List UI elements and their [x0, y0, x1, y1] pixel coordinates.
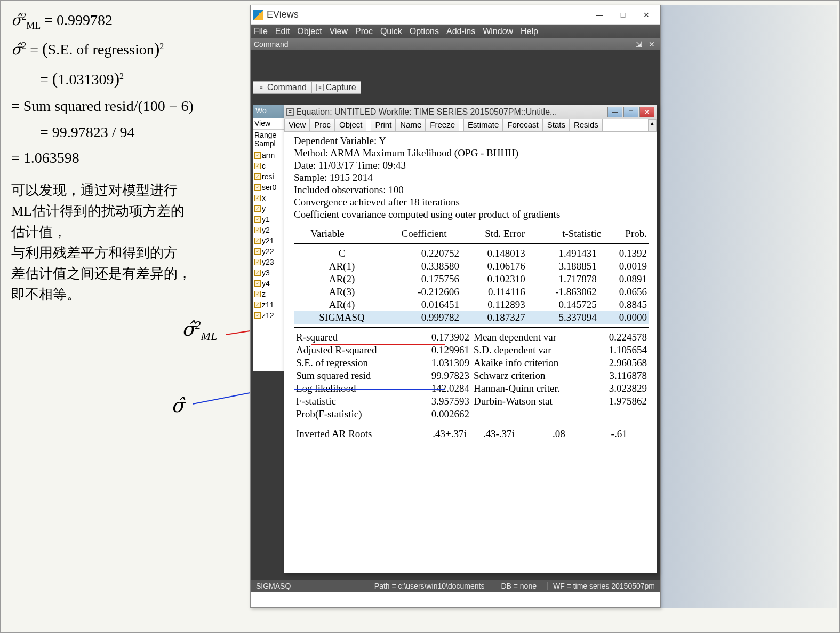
command-bar[interactable]: Command ⇲ ✕ — [251, 38, 660, 50]
cn-line-4: 与利用残差平方和得到的方 — [11, 242, 246, 263]
separator — [294, 424, 649, 424]
eviews-main-window: EViews — □ ✕ File Edit Object View Proc … — [250, 5, 661, 608]
math-line-2: σ̂2 = (S.E. of regression)2 — [11, 35, 246, 62]
table-row: AR(4)0.0164510.1128930.1457250.8845 — [294, 298, 649, 311]
titlebar[interactable]: EViews — □ ✕ — [251, 5, 660, 25]
table-row: R-squared0.173902Mean dependent var0.224… — [294, 331, 649, 344]
app-title: EViews — [267, 9, 588, 20]
equation-title: Equation: UNTITLED Workfile: TIME SERIES… — [296, 107, 573, 117]
menu-options[interactable]: Options — [410, 27, 439, 36]
table-row: C0.2207520.1480131.4914310.1392 — [294, 247, 649, 260]
ar-roots-table: Inverted AR Roots .43+.37i .43-.37i .08 … — [294, 428, 649, 440]
object-icon: ✓ — [254, 163, 261, 169]
separator — [294, 224, 649, 224]
eq-tbtn-estimate[interactable]: Estimate — [463, 119, 503, 131]
object-icon: ✓ — [254, 259, 261, 265]
menu-view[interactable]: View — [330, 27, 348, 36]
cn-line-5: 差估计值之间还是有差异的， — [11, 263, 246, 284]
cn-line-6: 即不相等。 — [11, 284, 246, 305]
object-icon: ✓ — [254, 216, 261, 223]
eq-tbtn-print[interactable]: Print — [371, 119, 396, 131]
table-header-row: Variable Coefficient Std. Error t-Statis… — [294, 227, 649, 240]
table-row: Inverted AR Roots .43+.37i .43-.37i .08 … — [294, 428, 649, 440]
main-menubar[interactable]: File Edit Object View Proc Quick Options… — [251, 25, 660, 38]
eq-tbtn-forecast[interactable]: Forecast — [503, 119, 542, 131]
object-icon: ✓ — [254, 205, 261, 212]
eq-tbtn-object[interactable]: Object — [335, 119, 366, 131]
equation-output: Dependent Variable: Y Method: ARMA Maxim… — [284, 132, 657, 569]
header-line: Convergence achieved after 18 iterations — [294, 196, 649, 208]
object-icon: ✓ — [254, 152, 261, 159]
separator — [294, 327, 649, 328]
menu-addins[interactable]: Add-ins — [446, 27, 475, 36]
chinese-note: 可以发现，通过对模型进行 ML估计得到的扰动项方差的 估计值， 与利用残差平方和… — [11, 180, 246, 305]
scroll-up-icon[interactable]: ▴ — [648, 119, 657, 131]
table-row: Sum squared resid99.97823Schwarz criteri… — [294, 369, 649, 382]
object-icon: ✓ — [254, 227, 261, 233]
left-notes-panel: σ̂2ML = 0.999782 σ̂2 = (S.E. of regressi… — [11, 9, 246, 305]
math-line-1: σ̂2ML = 0.999782 — [11, 9, 246, 33]
header-line: Dependent Variable: Y — [294, 135, 649, 147]
status-wf: WF = time series 20150507pm — [547, 582, 655, 590]
eq-tbtn-view[interactable]: View — [284, 119, 310, 131]
header-line: Sample: 1915 2014 — [294, 172, 649, 184]
menu-object[interactable]: Object — [297, 27, 322, 36]
equation-toolbar: View Proc Object Print Name Freeze Estim… — [284, 119, 657, 132]
object-icon: ✓ — [254, 195, 261, 201]
blue-underline — [294, 389, 445, 390]
separator — [294, 444, 649, 444]
eq-tbtn-proc[interactable]: Proc — [310, 119, 335, 131]
table-row: F-statistic3.957593Durbin-Watson stat1.9… — [294, 395, 649, 408]
eq-close-button[interactable]: ✕ — [639, 107, 654, 117]
table-row: Prob(F-statistic)0.002662 — [294, 408, 649, 421]
eq-tbtn-name[interactable]: Name — [396, 119, 426, 131]
red-underline — [311, 344, 445, 345]
object-icon: ✓ — [254, 248, 261, 255]
maximize-button[interactable]: □ — [611, 7, 635, 22]
mdi-client-area: ≡Command ≡Capture Wo View Range Sampl ✓a… — [251, 50, 660, 592]
sigma-ml-annotation: σ̂2ML — [182, 318, 217, 343]
math-line-5: = 99.97823 / 94 — [11, 121, 246, 145]
cn-line-3: 估计值， — [11, 221, 246, 242]
equation-window[interactable]: = Equation: UNTITLED Workfile: TIME SERI… — [284, 105, 657, 573]
eq-tbtn-freeze[interactable]: Freeze — [426, 119, 459, 131]
command-bar-buttons[interactable]: ⇲ ✕ — [636, 40, 657, 49]
header-line: Method: ARMA Maximum Likelihood (OPG - B… — [294, 147, 649, 159]
status-bar: SIGMASQ Path = c:\users\win10\documents … — [251, 580, 660, 592]
equation-icon: = — [286, 108, 294, 116]
sigma-annotation: σ̂ — [171, 394, 185, 417]
equation-titlebar[interactable]: = Equation: UNTITLED Workfile: TIME SERI… — [284, 105, 657, 119]
cn-line-2: ML估计得到的扰动项方差的 — [11, 201, 246, 221]
eq-minimize-button[interactable]: — — [607, 107, 622, 117]
lower-tool-tabs: ≡Command ≡Capture — [253, 81, 361, 94]
object-icon: ✓ — [254, 302, 261, 308]
minimize-button[interactable]: — — [588, 7, 611, 22]
object-icon: ✓ — [254, 238, 261, 244]
coefficient-body: C0.2207520.1480131.4914310.1392 AR(1)0.3… — [294, 247, 649, 324]
tab-icon: ≡ — [258, 84, 265, 91]
menu-edit[interactable]: Edit — [275, 27, 290, 36]
eq-tbtn-resids[interactable]: Resids — [570, 119, 603, 131]
table-row: S.E. of regression1.031309Akaike info cr… — [294, 357, 649, 369]
header-line: Date: 11/03/17 Time: 09:43 — [294, 160, 649, 171]
object-icon: ✓ — [254, 280, 261, 287]
menu-window[interactable]: Window — [483, 27, 513, 36]
eq-maximize-button[interactable]: □ — [623, 107, 638, 117]
tool-tab-command[interactable]: ≡Command — [253, 81, 311, 94]
status-left: SIGMASQ — [256, 582, 291, 590]
table-row-sigmasq: SIGMASQ0.9997820.1873275.3370940.0000 — [294, 311, 649, 324]
table-row: AR(3)-0.2126060.114116-1.8630620.0656 — [294, 286, 649, 298]
math-line-6: = 1.063598 — [11, 146, 246, 170]
table-row: AR(2)0.1757560.1023101.7178780.0891 — [294, 273, 649, 286]
menu-help[interactable]: Help — [521, 27, 538, 36]
menu-proc[interactable]: Proc — [355, 27, 373, 36]
background-gradient — [661, 5, 837, 608]
close-button[interactable]: ✕ — [635, 7, 658, 22]
menu-quick[interactable]: Quick — [380, 27, 402, 36]
eq-tbtn-stats[interactable]: Stats — [543, 119, 570, 131]
command-label: Command — [254, 40, 289, 49]
tool-tab-capture[interactable]: ≡Capture — [311, 81, 361, 94]
menu-file[interactable]: File — [254, 27, 268, 36]
cn-line-1: 可以发现，通过对模型进行 — [11, 180, 246, 201]
math-line-4: = Sum squared resid/(100 − 6) — [11, 94, 246, 118]
